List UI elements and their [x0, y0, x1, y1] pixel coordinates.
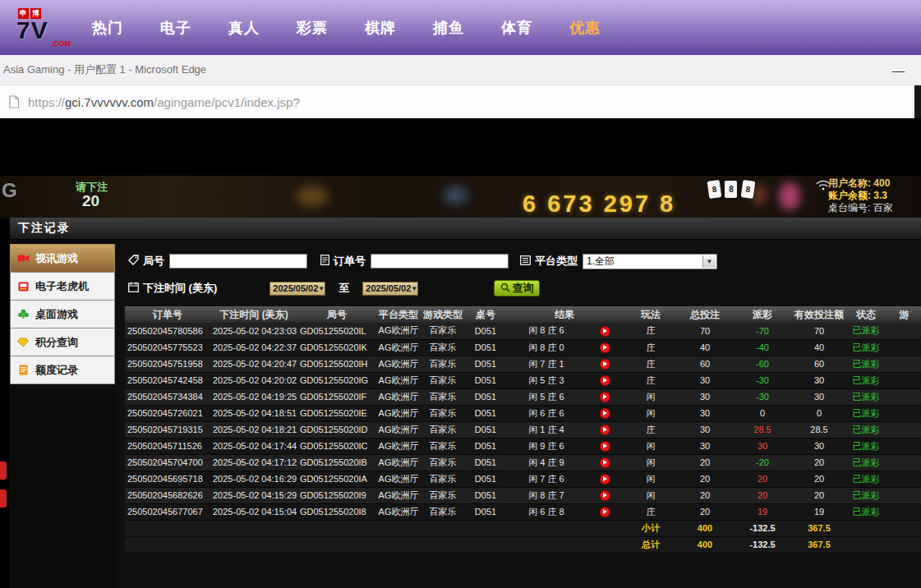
- nav-item-hot[interactable]: 热门: [92, 18, 123, 38]
- cell-game-type: 百家乐: [421, 438, 465, 454]
- modal-main: 局号 订单号: [115, 240, 921, 588]
- date-from-select[interactable]: 2025/05/02 ▼: [269, 282, 325, 296]
- cell-result: 闲 7 庄 6: [506, 471, 587, 487]
- cell-round-id: GD051255020IE: [297, 405, 376, 421]
- cell-bet-time: 2025-05-02 04:19:25: [210, 388, 297, 405]
- cell-payout: -70: [731, 323, 794, 339]
- round-id-input[interactable]: [169, 254, 307, 269]
- nav-items: 热门 电子 真人 彩票 棋牌 捕鱼 体育 优惠: [92, 18, 601, 38]
- query-button[interactable]: 查询: [494, 280, 540, 296]
- nav-item-board[interactable]: 棋牌: [365, 18, 396, 38]
- cell-extra: [887, 454, 921, 471]
- play-video-button[interactable]: [600, 490, 610, 501]
- play-video-button[interactable]: [600, 392, 610, 402]
- bg-light-blob: [296, 186, 329, 207]
- cell-extra: [887, 405, 921, 421]
- cell-play: [587, 356, 623, 372]
- cell-game-type: 百家乐: [421, 372, 465, 388]
- cell-game-type: 百家乐: [421, 388, 465, 405]
- bg-light-blob: [779, 182, 800, 210]
- cell-round-id: GD051255020IL: [297, 323, 376, 339]
- points-diamond-icon: [16, 338, 30, 347]
- sidebar-item-points-query[interactable]: 积分查询: [10, 328, 115, 356]
- floating-service-icon[interactable]: [0, 489, 7, 508]
- platform-type-select[interactable]: 1.全部 ▼: [583, 254, 717, 269]
- play-video-button[interactable]: [600, 441, 610, 452]
- play-video-button[interactable]: [600, 375, 610, 386]
- table-row: 250502045719315 2025-05-02 04:18:21 GD05…: [125, 421, 921, 438]
- header-payout: 派彩: [731, 306, 794, 323]
- nav-item-sports[interactable]: 体育: [501, 18, 532, 38]
- nav-item-lottery[interactable]: 彩票: [297, 18, 328, 38]
- play-video-button[interactable]: [600, 326, 610, 337]
- header-order-id: 订单号: [125, 306, 210, 323]
- order-id-input[interactable]: [371, 254, 509, 269]
- cell-table-no: D051: [465, 487, 506, 503]
- sidebar-item-credit-records[interactable]: 额度记录: [10, 356, 115, 384]
- cell-status: 已派彩: [845, 471, 887, 487]
- cell-extra: [887, 503, 921, 520]
- cell-table-no: D051: [465, 388, 506, 405]
- nav-item-promo[interactable]: 优惠: [569, 18, 601, 38]
- cell-extra: [887, 471, 921, 487]
- cell-platform: AG欧洲厅: [376, 503, 421, 520]
- magnifier-icon: [500, 283, 510, 295]
- play-video-button[interactable]: [600, 457, 610, 468]
- sidebar-item-table-games[interactable]: 桌面游戏: [10, 300, 115, 328]
- cell-play-type: 庄: [623, 372, 679, 388]
- cell-platform: AG欧洲厅: [376, 421, 421, 438]
- cell-bet-time: 2025-05-02 04:18:21: [210, 421, 297, 438]
- sidebar-item-live-video-games[interactable]: 视讯游戏: [10, 244, 115, 273]
- header-play-type: 玩法: [623, 306, 679, 323]
- header-extra: 游: [887, 306, 921, 323]
- cell-table-no: D051: [465, 323, 506, 339]
- cell-valid-bet: 28.5: [794, 421, 845, 438]
- cell-platform: AG欧洲厅: [376, 471, 421, 487]
- logo-text: 7V: [16, 19, 76, 42]
- header-table-no: 桌号: [465, 306, 506, 323]
- nav-item-live[interactable]: 真人: [228, 18, 260, 38]
- address-bar[interactable]: https://gci.7vvvvvv.com/agingame/pcv1/in…: [0, 85, 921, 118]
- play-video-button[interactable]: [600, 408, 610, 419]
- nav-item-slots[interactable]: 电子: [160, 18, 191, 38]
- cell-platform: AG欧洲厅: [376, 323, 421, 339]
- cell-bet-time: 2025-05-02 04:18:51: [210, 405, 297, 421]
- play-video-button[interactable]: [600, 507, 610, 517]
- header-valid-bet: 有效投注额: [794, 306, 845, 323]
- cell-status: 已派彩: [845, 454, 887, 471]
- cell-play-type: 闲: [623, 454, 679, 471]
- nav-item-fishing[interactable]: 捕鱼: [433, 18, 464, 38]
- floating-service-icon[interactable]: [0, 462, 7, 480]
- playing-card: 8: [707, 180, 722, 199]
- cell-total-bet: 20: [679, 454, 731, 471]
- play-video-button[interactable]: [600, 342, 610, 353]
- play-video-button[interactable]: [600, 359, 610, 370]
- cell-payout: -20: [731, 454, 794, 471]
- cell-play-type: 庄: [623, 323, 679, 339]
- playing-cards: 8 8 8: [708, 181, 755, 198]
- cell-round-id: GD051255020I9: [297, 487, 376, 503]
- site-logo[interactable]: 申 博 7V .COM: [15, 8, 76, 48]
- sidebar-item-slot-machines[interactable]: 电子老虎机: [10, 272, 115, 301]
- cell-play-type: 庄: [623, 356, 679, 372]
- minimize-button[interactable]: —: [887, 62, 909, 79]
- cell-play: [587, 372, 623, 388]
- cell-payout: 20: [731, 471, 794, 487]
- order-id-label: 订单号: [334, 254, 366, 269]
- cell-play: [587, 388, 623, 405]
- play-icon: [603, 328, 607, 333]
- cell-order-id: 250502045695718: [125, 471, 210, 487]
- platform-type-value: 1.全部: [587, 255, 615, 269]
- order-id-filter: 订单号: [320, 254, 509, 269]
- cell-result: 闲 7 庄 1: [506, 356, 587, 372]
- cell-order-id: 250502045682626: [125, 487, 210, 503]
- play-video-button[interactable]: [600, 474, 610, 485]
- round-id-icon: [128, 254, 139, 269]
- bet-time-icon: [128, 281, 139, 296]
- cell-table-no: D051: [465, 503, 506, 520]
- cell-game-type: 百家乐: [421, 405, 465, 421]
- play-video-button[interactable]: [600, 425, 610, 435]
- cell-platform: AG欧洲厅: [376, 388, 421, 405]
- date-to-select[interactable]: 2025/05/02 ▼: [362, 282, 418, 296]
- table-row: 250502045704700 2025-05-02 04:17:12 GD05…: [125, 454, 921, 471]
